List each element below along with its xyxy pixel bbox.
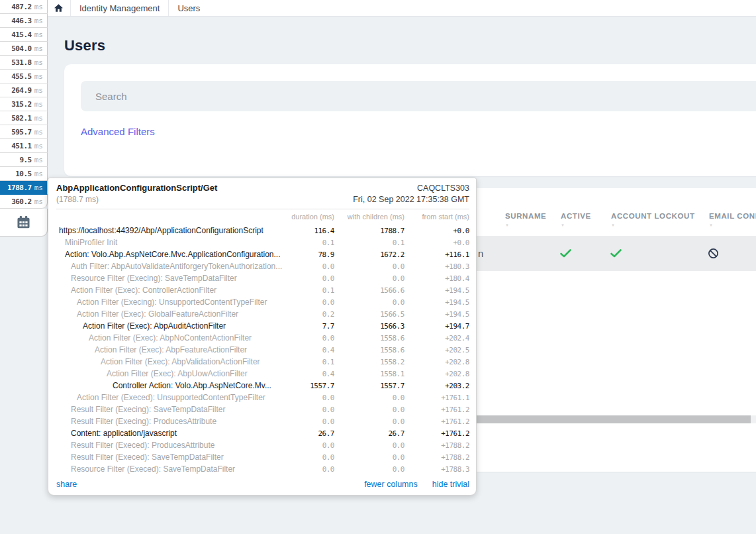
page-title: Users — [64, 37, 105, 54]
profiler-timing-row: Action Filter (Execing): UnsupportedCont… — [48, 296, 476, 308]
breadcrumb-item-identity-management[interactable]: Identity Management — [71, 0, 169, 16]
account-lockout-check-icon — [610, 236, 622, 271]
profiler-timing-row: Result Filter (Execed): ProducesAttribut… — [48, 439, 476, 451]
profiler-sidebar: 487.2ms446.3ms415.4ms504.0ms531.8ms455.5… — [0, 0, 48, 237]
profiler-popup: AbpApplicationConfigurationScript/Get (1… — [48, 178, 477, 496]
profiler-timing-row: Auth Filter: AbpAutoValidateAntiforgeryT… — [48, 260, 476, 272]
profiler-timing-row: Action Filter (Exec): AbpFeatureActionFi… — [48, 344, 476, 356]
column-header-account-lockout[interactable]: ACCOUNT LOCKOUT — [611, 212, 695, 220]
profiler-popup-footer: share fewer columns hide trivial — [56, 480, 469, 489]
profiler-timing-row: Result Filter (Execing): SaveTempDataFil… — [48, 403, 476, 415]
profiler-timing-item[interactable]: 504.0ms — [0, 42, 48, 56]
profiler-timing-item[interactable]: 9.5ms — [0, 153, 48, 167]
app-window: Identity Management Users Users Advanced… — [0, 0, 756, 534]
breadcrumb: Identity Management Users — [0, 0, 756, 17]
profiler-total-time: (1788.7 ms) — [56, 195, 217, 204]
home-icon — [54, 4, 63, 12]
profiler-timing-row: Action Filter (Exec): AbpAuditActionFilt… — [48, 320, 476, 332]
profiler-timing-row: Resource Filter (Execed): SaveTempDataFi… — [48, 463, 476, 475]
profiler-timings-list: 487.2ms446.3ms415.4ms504.0ms531.8ms455.5… — [0, 0, 48, 209]
profiler-popup-header: AbpApplicationConfigurationScript/Get (1… — [48, 178, 476, 207]
profiler-timing-row: Action: Volo.Abp.AspNetCore.Mvc.Applicat… — [48, 248, 476, 260]
profiler-timing-row: Action Filter (Exec): AbpValidationActio… — [48, 356, 476, 368]
profiler-timing-row: MiniProfiler Init0.10.1+0.0 — [48, 237, 476, 248]
column-header-email-confirmed[interactable]: EMAIL CONF — [709, 212, 756, 220]
profiler-request-title: AbpApplicationConfigurationScript/Get — [56, 183, 217, 193]
profiler-timing-item[interactable]: 455.5ms — [0, 70, 48, 83]
profiler-timing-item[interactable]: 531.8ms — [0, 56, 48, 70]
advanced-filters-link[interactable]: Advanced Filters — [81, 126, 155, 137]
column-header-from-start: from start (ms) — [404, 213, 469, 221]
filters-card: Advanced Filters — [64, 64, 756, 176]
fewer-columns-link[interactable]: fewer columns — [364, 480, 418, 489]
profiler-timing-row: Action Filter (Exec): GlobalFeatureActio… — [48, 308, 476, 320]
profiler-timing-item[interactable]: 415.4ms — [0, 28, 48, 42]
active-check-icon — [560, 236, 571, 271]
hide-trivial-link[interactable]: hide trivial — [432, 480, 469, 489]
profiler-timing-row: Result Filter (Execed): SaveTempDataFilt… — [48, 451, 476, 463]
profiler-timing-row: https://localhost:44392/Abp/ApplicationC… — [48, 225, 476, 237]
profiler-timing-row: Resource Filter (Execing): SaveTempDataF… — [48, 272, 476, 284]
profiler-machine-name: CAQCLTS303 — [353, 183, 469, 194]
profiler-timing-row: Action Filter (Exec): AbpNoContentAction… — [48, 332, 476, 344]
profiler-timing-row: Content: application/javascript26.726.7+… — [48, 427, 476, 439]
profiler-timing-row: Controller Action: Volo.Abp.AspNetCore.M… — [48, 380, 476, 392]
profiler-timing-row: Result Filter (Execing): ProducesAttribu… — [48, 415, 476, 427]
profiler-timing-item[interactable]: 595.7ms — [0, 125, 48, 139]
user-name-fragment: n — [478, 236, 483, 271]
column-header-with-children: with children (ms) — [334, 213, 404, 221]
profiler-timing-row: Action Filter (Exec): AbpUowActionFilter… — [48, 368, 476, 380]
breadcrumb-item-users[interactable]: Users — [169, 0, 209, 16]
profiler-timing-item[interactable]: 446.3ms — [0, 14, 48, 28]
profiler-rows: https://localhost:44392/Abp/ApplicationC… — [48, 225, 476, 475]
profiler-controls-button[interactable] — [0, 209, 48, 237]
profiler-timing-row: Action Filter (Exec): ControllerActionFi… — [48, 284, 476, 296]
profiler-column-headers: duration (ms) with children (ms) from st… — [48, 213, 476, 221]
profiler-timing-item[interactable]: 264.9ms — [0, 83, 48, 97]
column-header-surname[interactable]: SURNAME — [505, 212, 546, 220]
profiler-timing-item[interactable]: 10.5ms — [0, 167, 48, 181]
calendar-grid-icon — [17, 216, 30, 229]
profiler-timing-item[interactable]: 315.2ms — [0, 97, 48, 111]
sort-caret-icon: ▼ — [505, 223, 509, 227]
sort-caret-icon: ▼ — [611, 223, 615, 227]
email-not-confirmed-blocked-icon — [708, 236, 719, 271]
profiler-timing-item[interactable]: 451.1ms — [0, 139, 48, 153]
sort-caret-icon: ▼ — [709, 223, 713, 227]
share-link[interactable]: share — [56, 480, 77, 489]
profiler-timing-row: Action Filter (Execed): UnsupportedConte… — [48, 392, 476, 403]
profiler-timing-item[interactable]: 582.1ms — [0, 111, 48, 125]
breadcrumb-home[interactable] — [46, 0, 71, 16]
profiler-timing-item[interactable]: 487.2ms — [0, 0, 48, 14]
column-header-active[interactable]: ACTIVE — [561, 212, 591, 220]
profiler-timing-item[interactable]: 1788.7ms — [0, 181, 48, 195]
divider — [56, 209, 469, 209]
column-header-duration: duration (ms) — [235, 213, 334, 221]
profiler-timing-item[interactable]: 360.2ms — [0, 195, 48, 209]
profiler-request-date: Fri, 02 Sep 2022 17:35:38 GMT — [353, 194, 469, 205]
sort-caret-icon: ▼ — [561, 223, 565, 227]
search-input[interactable] — [81, 81, 756, 111]
